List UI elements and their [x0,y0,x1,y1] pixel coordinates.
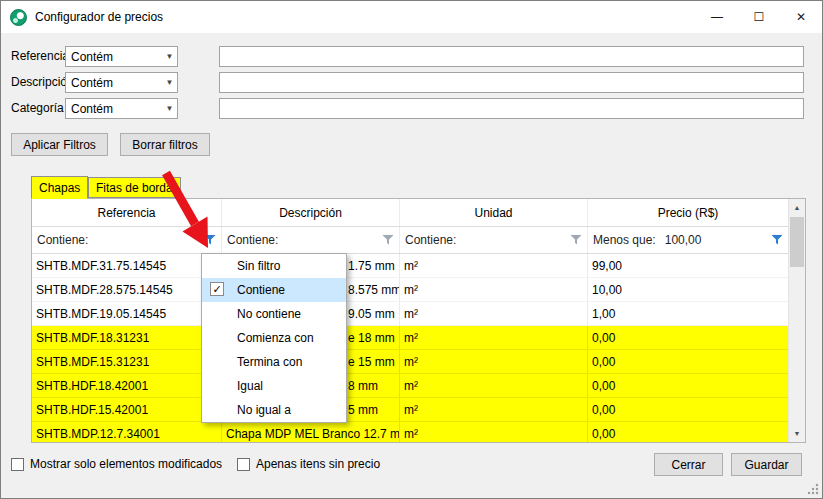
table-row[interactable]: SHTB.MDF.28.575.14545 8.575 mm m² 10,00 [32,278,788,302]
column-header-precio[interactable]: Precio (R$) [588,199,788,226]
filter-operator-label: Contiene: [227,233,278,247]
cell-precio: 0,00 [592,355,615,369]
scroll-up-icon[interactable]: ▲ [789,199,805,216]
table-row[interactable]: SHTB.MDP.12.7.34001 Chapa MDP MEL Branco… [32,422,788,442]
cell-descripcion: 5 mm [348,403,378,417]
maximize-icon[interactable]: ☐ [738,1,780,33]
window-controls: — ☐ ✕ [696,1,822,33]
table-row[interactable]: SHTB.MDF.18.31231 e 18 mm m² 0,00 [32,326,788,350]
items-without-price-checkbox[interactable]: Apenas itens sin precio [237,457,380,471]
menu-item-sin-filtro[interactable]: Sin filtro [202,254,346,278]
save-button[interactable]: Guardar [731,453,802,476]
table-row[interactable]: SHTB.HDF.18.42001 8 mm m² 0,00 [32,374,788,398]
clear-filters-button[interactable]: Borrar filtros [120,133,210,156]
cell-descripcion: 8 mm [348,379,378,393]
menu-item-no-contiene[interactable]: No contiene [202,302,346,326]
table-row[interactable]: SHTB.MDF.19.05.14545 9.05 mm m² 1,00 [32,302,788,326]
show-modified-only-checkbox[interactable]: Mostrar solo elementos modificados [11,457,222,471]
price-configurator-window: Configurador de precios — ☐ ✕ Referencia… [0,0,823,499]
table-row[interactable]: SHTB.MDF.15.31231 e 15 mm m² 0,00 [32,350,788,374]
menu-item-contiene[interactable]: ✓ Contiene [202,278,346,302]
cell-unidad: m² [404,259,418,273]
descripcion-operator-value: Contém [71,76,113,90]
precio-column-filter[interactable]: Menos que: 100,00 [588,227,788,253]
cell-referencia: SHTB.MDF.31.75.14545 [36,259,166,273]
checked-checkbox-icon[interactable]: ✓ [210,282,224,296]
descripcion-operator-select[interactable]: Contém ▼ [65,72,178,93]
filter-context-menu: Sin filtro ✓ Contiene No contiene Comien… [201,253,347,423]
close-icon[interactable]: ✕ [780,1,822,33]
cell-referencia: SHTB.HDF.18.42001 [36,379,148,393]
scroll-down-icon[interactable]: ▼ [789,425,805,442]
cell-unidad: m² [404,379,418,393]
checkbox-label: Mostrar solo elementos modificados [30,457,222,471]
menu-item-label: Contiene [237,283,285,297]
cell-referencia: SHTB.MDF.28.575.14545 [36,283,173,297]
referencia-column-filter[interactable]: Contiene: [32,227,222,253]
window-title: Configurador de precios [35,10,163,24]
filter-operator-label: Contiene: [37,233,88,247]
cell-referencia: SHTB.MDF.19.05.14545 [36,307,166,321]
filter-funnel-icon[interactable] [771,234,783,246]
chevron-down-icon: ▼ [162,78,177,87]
cell-unidad: m² [404,403,418,417]
checkbox-label: Apenas itens sin precio [256,457,380,471]
filter-operator-label: Contiene: [405,233,456,247]
checkbox-icon[interactable] [11,458,24,471]
column-header-descripcion[interactable]: Descripción [222,199,400,226]
column-header-unidad[interactable]: Unidad [400,199,588,226]
menu-item-igual[interactable]: Igual [202,374,346,398]
cell-descripcion: 8.575 mm [348,283,400,297]
filter-funnel-icon[interactable] [204,234,216,246]
referencia-filter-input[interactable] [219,46,804,67]
filter-funnel-icon[interactable] [382,234,394,246]
menu-item-termina-con[interactable]: Termina con [202,350,346,374]
table-header-row: Referencia Descripción Unidad Precio (R$… [32,199,788,227]
categoria-filter-input[interactable] [219,98,804,119]
scrollbar-thumb[interactable] [790,217,804,267]
cell-descripcion: 9.05 mm [348,307,395,321]
title-bar: Configurador de precios — ☐ ✕ [1,1,822,33]
minimize-icon[interactable]: — [696,1,738,33]
cell-precio: 0,00 [592,379,615,393]
unidad-column-filter[interactable]: Contiene: [400,227,588,253]
categoria-operator-select[interactable]: Contém ▼ [65,98,178,119]
cell-precio: 10,00 [592,283,622,297]
cell-precio: 99,00 [592,259,622,273]
cell-precio: 0,00 [592,427,615,441]
cell-unidad: m² [404,331,418,345]
chevron-down-icon: ▼ [162,104,177,113]
cell-descripcion: e 18 mm [348,331,395,345]
price-table: Referencia Descripción Unidad Precio (R$… [31,198,806,443]
cell-descripcion: 1.75 mm [348,259,395,273]
referencia-operator-select[interactable]: Contém ▼ [65,46,178,67]
apply-filters-button[interactable]: Aplicar Filtros [11,133,108,156]
cell-unidad: m² [404,307,418,321]
categoria-label: Categoría [11,98,64,119]
table-row[interactable]: SHTB.HDF.15.42001 5 mm m² 0,00 [32,398,788,422]
descripcion-filter-input[interactable] [219,72,804,93]
vertical-scrollbar[interactable]: ▲ ▼ [788,199,805,442]
tab-chapas[interactable]: Chapas [31,176,88,199]
referencia-label: Referencia [11,46,69,67]
filter-value: 100,00 [665,233,702,247]
descripcion-column-filter[interactable]: Contiene: [222,227,400,253]
cell-descripcion: e 15 mm [348,355,395,369]
column-header-referencia[interactable]: Referencia [32,199,222,226]
cell-precio: 1,00 [592,307,615,321]
cell-referencia: SHTB.MDF.18.31231 [36,331,149,345]
resize-grip[interactable] [806,482,820,496]
menu-item-no-igual-a[interactable]: No igual a [202,398,346,422]
cell-referencia: SHTB.MDP.12.7.34001 [36,427,160,441]
menu-item-comienza-con[interactable]: Comienza con [202,326,346,350]
filter-funnel-icon[interactable] [570,234,582,246]
cell-precio: 0,00 [592,331,615,345]
referencia-operator-value: Contém [71,50,113,64]
tab-fitas-de-borda[interactable]: Fitas de borda [88,177,181,198]
cell-referencia: SHTB.HDF.15.42001 [36,403,148,417]
cell-unidad: m² [404,427,418,441]
close-button[interactable]: Cerrar [654,453,723,476]
checkbox-icon[interactable] [237,458,250,471]
column-filter-row: Contiene: Contiene: Contiene: Menos que:… [32,227,788,254]
table-row[interactable]: SHTB.MDF.31.75.14545 1.75 mm m² 99,00 [32,254,788,278]
